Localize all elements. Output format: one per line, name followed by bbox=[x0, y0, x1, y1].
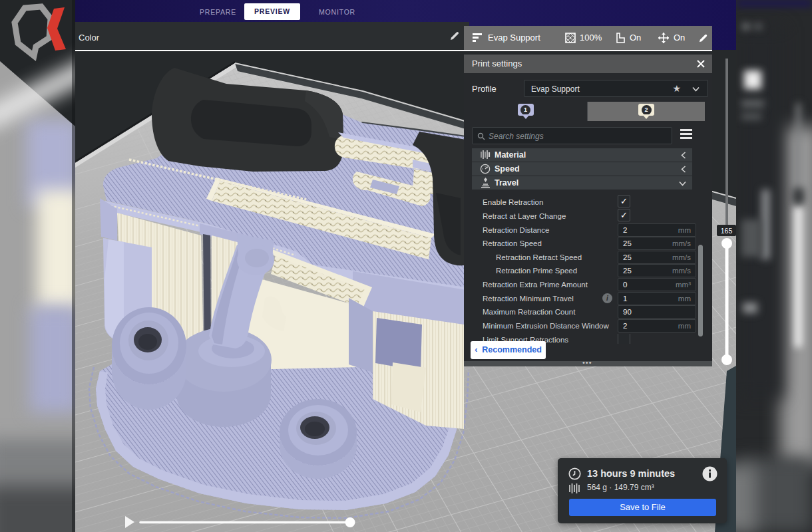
svg-text:165: 165 bbox=[721, 227, 733, 235]
